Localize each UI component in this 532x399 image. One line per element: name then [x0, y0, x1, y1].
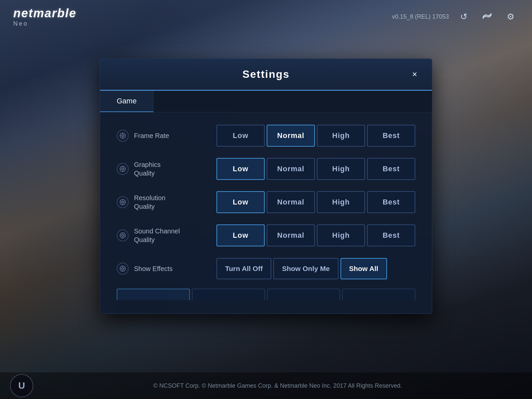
show-effects-turn-all-off-btn[interactable]: Turn All Off — [216, 258, 271, 279]
graphics-quality-btn-group: Low Normal High Best — [216, 158, 415, 180]
graphics-quality-label: GraphicsQuality — [134, 160, 161, 178]
sound-channel-quality-label: Sound ChannelQuality — [134, 227, 180, 244]
svg-point-0 — [120, 133, 125, 138]
sound-channel-quality-best-btn[interactable]: Best — [367, 224, 415, 246]
show-effects-show-only-me-btn[interactable]: Show Only Me — [273, 258, 338, 279]
settings-modal: Settings × Game — [100, 59, 432, 314]
unreal-engine-logo: U — [10, 374, 33, 397]
svg-point-19 — [122, 234, 124, 236]
resolution-quality-high-btn[interactable]: High — [317, 191, 365, 213]
sound-channel-quality-normal-btn[interactable]: Normal — [267, 224, 315, 246]
frame-rate-high-btn[interactable]: High — [317, 125, 365, 147]
svg-point-6 — [120, 166, 125, 172]
frame-rate-normal-btn[interactable]: Normal — [267, 125, 315, 147]
frame-rate-best-btn[interactable]: Best — [367, 125, 415, 147]
unreal-engine-icon: U — [18, 380, 25, 391]
svg-point-13 — [122, 201, 124, 203]
setting-row-sound-channel-quality: Sound ChannelQuality Low Normal High Bes… — [117, 222, 415, 249]
modal-header: Settings × — [100, 59, 432, 91]
sound-channel-quality-btn-group: Low Normal High Best — [216, 224, 415, 246]
show-effects-label-container: Show Effects — [117, 263, 210, 275]
show-effects-label: Show Effects — [134, 264, 173, 273]
graphics-quality-high-btn[interactable]: High — [317, 158, 365, 180]
frame-rate-label-container: Frame Rate — [117, 130, 210, 142]
graphics-quality-icon — [117, 163, 129, 175]
modal-body: Frame Rate Low Normal High Best — [100, 112, 432, 314]
resolution-quality-best-btn[interactable]: Best — [367, 191, 415, 213]
setting-row-resolution-quality: ResolutionQuality Low Normal High Best — [117, 189, 415, 215]
resolution-quality-label-container: ResolutionQuality — [117, 194, 210, 211]
show-effects-show-all-btn[interactable]: Show All — [340, 258, 387, 279]
setting-row-show-effects: Show Effects Turn All Off Show Only Me S… — [117, 255, 415, 282]
graphics-quality-low-btn[interactable]: Low — [216, 158, 265, 180]
show-effects-btn-group: Turn All Off Show Only Me Show All — [216, 258, 415, 279]
frame-rate-btn-group: Low Normal High Best — [216, 125, 415, 147]
svg-point-18 — [120, 233, 125, 238]
sound-channel-quality-low-btn[interactable]: Low — [216, 224, 265, 246]
modal-title: Settings — [242, 68, 290, 80]
graphics-quality-best-btn[interactable]: Best — [367, 158, 415, 180]
partial-btn-low — [117, 289, 190, 300]
frame-rate-label: Frame Rate — [134, 131, 169, 140]
setting-row-frame-rate: Frame Rate Low Normal High Best — [117, 122, 415, 149]
copyright-text: © NCSOFT Corp. © Netmarble Games Corp. &… — [33, 382, 522, 389]
sound-channel-quality-label-container: Sound ChannelQuality — [117, 227, 210, 244]
sound-channel-quality-icon — [117, 229, 129, 241]
svg-point-7 — [122, 168, 124, 170]
modal-overlay: Settings × Game — [0, 0, 532, 399]
resolution-quality-btn-group: Low Normal High Best — [216, 191, 415, 213]
resolution-quality-label: ResolutionQuality — [134, 194, 166, 211]
partial-btn-normal — [192, 289, 265, 300]
graphics-quality-normal-btn[interactable]: Normal — [267, 158, 315, 180]
tab-game[interactable]: Game — [100, 91, 154, 112]
graphics-quality-label-container: GraphicsQuality — [117, 160, 210, 178]
close-button[interactable]: × — [407, 67, 422, 82]
svg-point-25 — [122, 268, 124, 270]
setting-row-graphics-quality: GraphicsQuality Low Normal High Best — [117, 156, 415, 182]
resolution-quality-low-btn[interactable]: Low — [216, 191, 265, 213]
svg-point-12 — [120, 200, 125, 205]
footer: U © NCSOFT Corp. © Netmarble Games Corp.… — [0, 372, 532, 399]
partial-btn-high — [267, 289, 340, 300]
modal-tabs: Game — [100, 91, 432, 112]
svg-point-1 — [122, 135, 124, 137]
resolution-quality-icon — [117, 196, 129, 208]
resolution-quality-normal-btn[interactable]: Normal — [267, 191, 315, 213]
partial-btn-best — [342, 289, 415, 300]
sound-channel-quality-high-btn[interactable]: High — [317, 224, 365, 246]
show-effects-icon — [117, 263, 129, 275]
partial-setting-row — [117, 289, 415, 300]
frame-rate-icon — [117, 130, 129, 142]
frame-rate-low-btn[interactable]: Low — [216, 125, 265, 147]
svg-point-24 — [120, 266, 125, 271]
